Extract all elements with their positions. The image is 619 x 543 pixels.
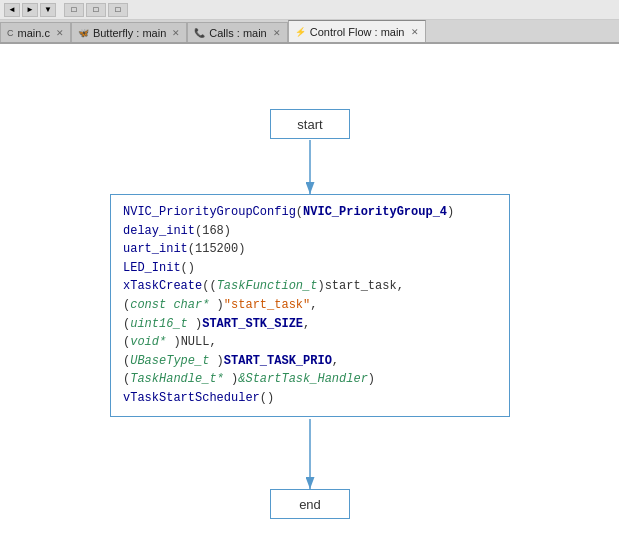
- tab-butterfly-main[interactable]: 🦋 Butterfly : main ✕: [71, 22, 187, 42]
- code-line-5: xTaskCreate((TaskFunction_t)start_task,: [123, 277, 497, 296]
- toolbar-btn-1[interactable]: □: [64, 3, 84, 17]
- tab-control-flow[interactable]: ⚡ Control Flow : main ✕: [288, 20, 426, 42]
- tab-icon-main-c: C: [7, 28, 14, 38]
- start-label: start: [297, 117, 322, 132]
- code-line-1: NVIC_PriorityGroupConfig(NVIC_PriorityGr…: [123, 203, 497, 222]
- code-line-3: uart_init(115200): [123, 240, 497, 259]
- tab-label-butterfly: Butterfly : main: [93, 27, 166, 39]
- tabbar: C main.c ✕ 🦋 Butterfly : main ✕ 📞 Calls …: [0, 20, 619, 44]
- toolbar: ◄ ► ▼ □ □ □: [0, 0, 619, 20]
- tab-calls-main[interactable]: 📞 Calls : main ✕: [187, 22, 287, 42]
- toolbar-btn-down[interactable]: ▼: [40, 3, 56, 17]
- toolbar-btn-fwd[interactable]: ►: [22, 3, 38, 17]
- tab-icon-calls: 📞: [194, 28, 205, 38]
- tab-icon-control-flow: ⚡: [295, 27, 306, 37]
- tab-close-main-c[interactable]: ✕: [56, 28, 64, 38]
- tab-close-butterfly[interactable]: ✕: [172, 28, 180, 38]
- toolbar-btn-back[interactable]: ◄: [4, 3, 20, 17]
- end-box: end: [270, 489, 350, 519]
- tab-label-control-flow: Control Flow : main: [310, 26, 405, 38]
- code-line-2: delay_init(168): [123, 222, 497, 241]
- tab-label-calls: Calls : main: [209, 27, 266, 39]
- code-line-4: LED_Init(): [123, 259, 497, 278]
- code-line-6: (const char* )"start_task",: [123, 296, 497, 315]
- code-line-11: vTaskStartScheduler(): [123, 389, 497, 408]
- diagram-canvas: start NVIC_PriorityGroupConfig(NVIC_Prio…: [0, 44, 619, 543]
- end-label: end: [299, 497, 321, 512]
- code-line-7: (uint16_t )START_STK_SIZE,: [123, 315, 497, 334]
- toolbar-btn-3[interactable]: □: [108, 3, 128, 17]
- code-line-9: (UBaseType_t )START_TASK_PRIO,: [123, 352, 497, 371]
- toolbar-btn-2[interactable]: □: [86, 3, 106, 17]
- start-box: start: [270, 109, 350, 139]
- code-box: NVIC_PriorityGroupConfig(NVIC_PriorityGr…: [110, 194, 510, 417]
- code-line-10: (TaskHandle_t* )&StartTask_Handler): [123, 370, 497, 389]
- tab-close-calls[interactable]: ✕: [273, 28, 281, 38]
- code-line-8: (void* )NULL,: [123, 333, 497, 352]
- tab-icon-butterfly: 🦋: [78, 28, 89, 38]
- tab-close-control-flow[interactable]: ✕: [411, 27, 419, 37]
- tab-main-c[interactable]: C main.c ✕: [0, 22, 71, 42]
- tab-label-main-c: main.c: [18, 27, 50, 39]
